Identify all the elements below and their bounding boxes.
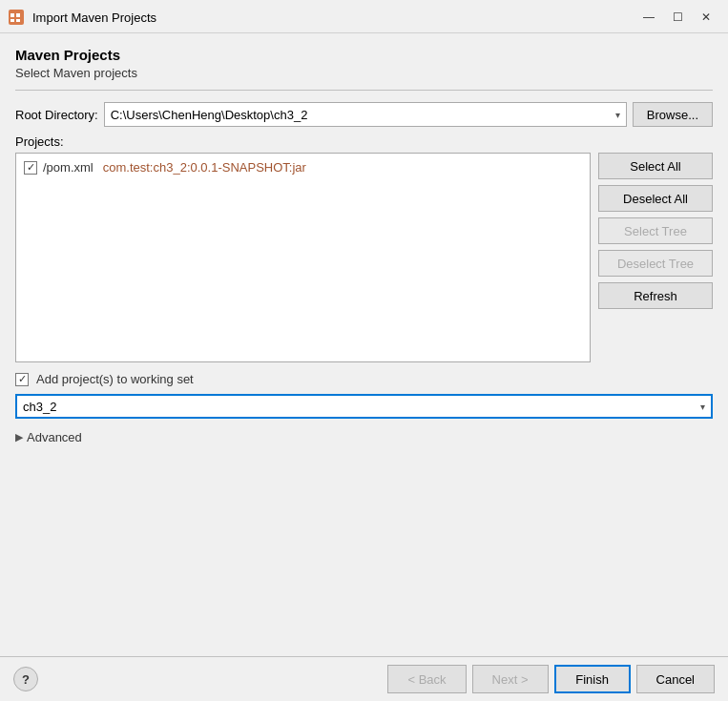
refresh-button[interactable]: Refresh <box>598 282 713 309</box>
browse-button[interactable]: Browse... <box>633 102 713 127</box>
svg-rect-4 <box>16 19 20 22</box>
working-set-arrow-icon: ▾ <box>700 402 705 412</box>
dialog-footer: ? < Back Next > Finish Cancel <box>0 657 728 701</box>
working-set-label: Add project(s) to working set <box>36 372 194 386</box>
cancel-button[interactable]: Cancel <box>636 665 715 693</box>
advanced-toggle[interactable]: ▶ Advanced <box>15 430 713 444</box>
projects-content: /pom.xml com.test:ch3_2:0.0.1-SNAPSHOT:j… <box>15 153 713 362</box>
deselect-tree-button[interactable]: Deselect Tree <box>598 250 713 277</box>
svg-rect-3 <box>10 19 14 22</box>
project-artifact: com.test:ch3_2:0.0.1-SNAPSHOT:jar <box>103 160 306 175</box>
root-directory-row: Root Directory: C:\Users\ChenHeng\Deskto… <box>15 102 713 127</box>
select-tree-button[interactable]: Select Tree <box>598 217 713 244</box>
advanced-label: Advanced <box>27 430 82 444</box>
root-directory-value: C:\Users\ChenHeng\Desktop\ch3_2 <box>111 108 308 122</box>
advanced-section: ▶ Advanced <box>15 430 713 444</box>
spacer <box>15 454 713 647</box>
projects-section: Projects: /pom.xml com.test:ch3_2:0.0.1-… <box>15 134 713 362</box>
back-button[interactable]: < Back <box>387 665 466 693</box>
close-button[interactable]: ✕ <box>694 8 718 27</box>
working-set-value: ch3_2 <box>23 400 56 414</box>
projects-label: Projects: <box>15 134 713 149</box>
page-title: Maven Projects <box>15 47 713 63</box>
minimize-button[interactable]: — <box>636 8 661 27</box>
root-directory-combo[interactable]: C:\Users\ChenHeng\Desktop\ch3_2 ▾ <box>104 102 627 127</box>
project-name: /pom.xml <box>43 160 94 175</box>
title-bar: Import Maven Projects — ☐ ✕ <box>0 0 728 33</box>
table-row[interactable]: /pom.xml com.test:ch3_2:0.0.1-SNAPSHOT:j… <box>20 157 586 177</box>
projects-buttons: Select All Deselect All Select Tree Dese… <box>598 153 713 362</box>
working-set-combo-row: ch3_2 ▾ <box>15 394 713 419</box>
projects-list[interactable]: /pom.xml com.test:ch3_2:0.0.1-SNAPSHOT:j… <box>15 153 591 362</box>
window-title: Import Maven Projects <box>32 10 636 25</box>
working-set-checkbox[interactable] <box>15 373 29 386</box>
svg-rect-1 <box>10 13 14 17</box>
root-directory-label: Root Directory: <box>15 108 98 122</box>
working-set-row: Add project(s) to working set <box>15 372 713 386</box>
dialog-header: Maven Projects Select Maven projects <box>15 47 713 80</box>
working-set-combo[interactable]: ch3_2 ▾ <box>15 394 713 419</box>
help-button[interactable]: ? <box>13 667 38 691</box>
advanced-arrow-icon: ▶ <box>15 431 23 443</box>
window-controls: — ☐ ✕ <box>636 8 718 27</box>
page-subtitle: Select Maven projects <box>15 66 713 80</box>
finish-button[interactable]: Finish <box>554 665 631 693</box>
window-icon <box>8 9 25 26</box>
select-all-button[interactable]: Select All <box>598 153 713 179</box>
svg-rect-2 <box>16 13 20 17</box>
header-separator <box>15 90 713 91</box>
maximize-button[interactable]: ☐ <box>665 8 690 27</box>
combo-arrow-icon: ▾ <box>615 110 620 120</box>
dialog-body: Maven Projects Select Maven projects Roo… <box>0 33 728 656</box>
deselect-all-button[interactable]: Deselect All <box>598 185 713 212</box>
next-button[interactable]: Next > <box>472 665 549 693</box>
project-checkbox[interactable] <box>24 161 37 175</box>
